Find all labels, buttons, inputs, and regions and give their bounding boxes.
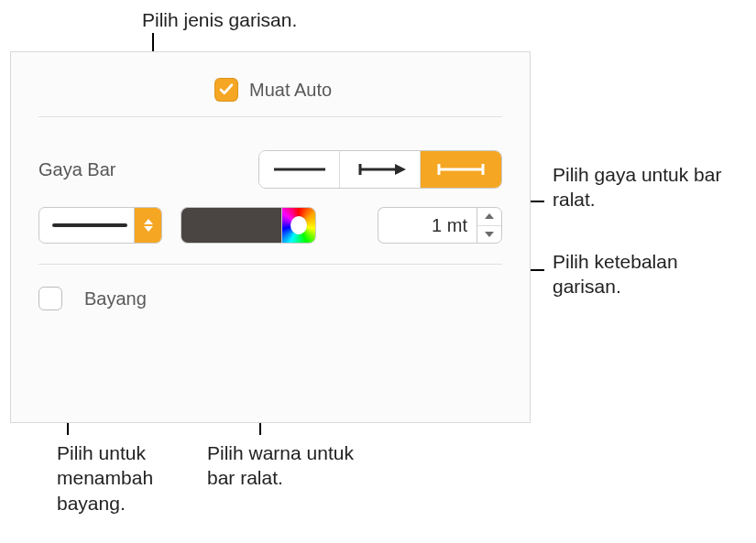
- callout-color: Pilih warna untuk bar ralat.: [207, 440, 372, 491]
- svg-marker-10: [485, 232, 494, 237]
- svg-marker-9: [485, 213, 494, 219]
- thickness-up-button[interactable]: [477, 208, 501, 226]
- dropdown-arrows-icon: [134, 208, 161, 243]
- svg-marker-3: [395, 164, 406, 175]
- svg-marker-8: [144, 226, 153, 232]
- auto-fit-checkbox[interactable]: [214, 78, 238, 102]
- callout-bar-style: Pilih gaya untuk bar ralat.: [553, 162, 745, 212]
- callout-line-type: Pilih jenis garisan.: [142, 7, 297, 32]
- thickness-control: 1 mt: [378, 207, 502, 244]
- thickness-stepper: [477, 207, 502, 244]
- inspector-panel: Muat Auto Gaya Bar: [10, 51, 531, 423]
- color-control: [181, 207, 316, 244]
- checkmark-icon: [218, 81, 235, 98]
- line-type-dropdown[interactable]: [38, 207, 162, 244]
- bar-style-controls: 1 mt: [38, 207, 502, 264]
- shadow-checkbox[interactable]: [38, 287, 62, 310]
- shadow-label: Bayang: [84, 288, 147, 310]
- bar-capped-icon: [432, 160, 490, 179]
- callout-shadow: Pilih untuk menambah bayang.: [57, 440, 194, 516]
- auto-fit-label: Muat Auto: [249, 80, 332, 101]
- color-wheel-button[interactable]: [281, 207, 316, 244]
- bar-style-option-line[interactable]: [259, 151, 340, 188]
- thickness-field[interactable]: 1 mt: [378, 207, 477, 244]
- shadow-row: Bayang: [38, 265, 502, 327]
- bar-style-option-arrow[interactable]: [340, 151, 421, 188]
- bar-style-option-capped[interactable]: [421, 151, 501, 188]
- chevron-down-icon: [485, 232, 494, 237]
- bar-style-label: Gaya Bar: [38, 159, 115, 180]
- color-swatch[interactable]: [181, 207, 281, 244]
- chevron-up-icon: [485, 213, 494, 219]
- callout-thickness: Pilih ketebalan garisan.: [553, 249, 745, 299]
- svg-marker-7: [144, 219, 153, 224]
- auto-fit-row: Muat Auto: [38, 72, 502, 117]
- bar-arrow-icon: [351, 160, 410, 179]
- thickness-down-button[interactable]: [477, 226, 501, 244]
- bar-style-segmented: [258, 150, 502, 189]
- bar-line-icon: [270, 160, 329, 179]
- bar-style-section: Gaya Bar: [38, 117, 502, 265]
- line-sample-icon: [52, 223, 127, 227]
